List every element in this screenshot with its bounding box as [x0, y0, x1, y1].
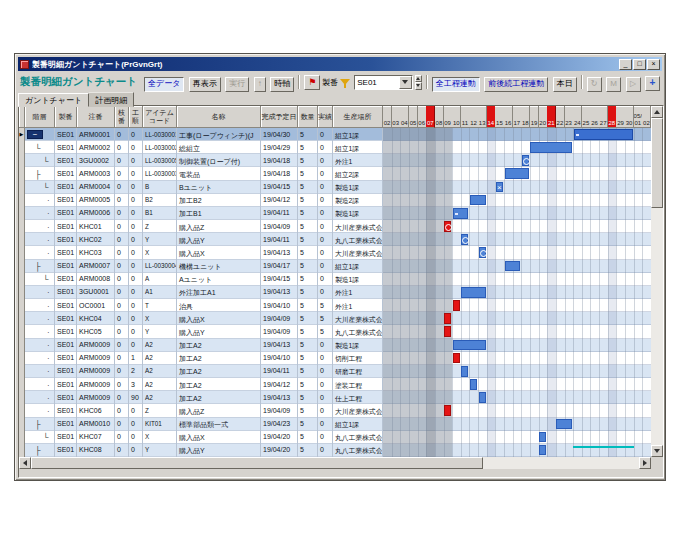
close-button[interactable]: ×	[647, 59, 660, 70]
cell-edaban: 0	[115, 444, 129, 457]
play-icon-button[interactable]: ▷	[626, 77, 641, 92]
table-row[interactable]: ·SE01OC000100T治具19/04/1055外注1	[19, 299, 383, 312]
cell-kojun: 1	[129, 352, 143, 365]
table-row[interactable]: ├SE01KHC0800Y購入品Y19/04/2050丸八工業株式会..	[19, 444, 383, 457]
table-row[interactable]: ·SE01ARM000902A2加工A219/04/1150研磨工程	[19, 365, 383, 378]
tab-gantt-chart[interactable]: ガントチャート	[18, 93, 89, 107]
gantt-bar[interactable]	[479, 247, 486, 258]
seiban-combobox[interactable]: SE01	[354, 75, 412, 90]
spin-control[interactable]	[415, 75, 422, 90]
cell-name: 加工B2	[177, 194, 261, 207]
spin-down-icon[interactable]	[415, 82, 422, 90]
table-row[interactable]: ·SE01ARM000903A2加工A219/04/1250塗装工程	[19, 378, 383, 391]
gantt-alert-cell[interactable]	[444, 221, 451, 232]
cell-jisseki: 0	[318, 444, 333, 457]
table-row[interactable]: ├SE01ARM001000KIT01標準部品類一式19/04/2350組立1課	[19, 418, 383, 431]
gantt-bar[interactable]	[539, 445, 546, 456]
table-row[interactable]: ·SE01ARM000600B1加工B119/04/1150製造1課	[19, 207, 383, 220]
table-row[interactable]: ▶−SE01ARM000100LL-0030001工事(ロープウィンチ)(J19…	[19, 128, 383, 141]
gantt-alert-cell[interactable]	[444, 405, 451, 416]
table-row[interactable]: ├SE01ARM000300LL-0030003電装品19/04/1850組立2…	[19, 167, 383, 180]
cell-jisseki: 5	[318, 325, 333, 338]
gantt-bar[interactable]	[574, 129, 633, 140]
table-row[interactable]: ·SE01ARM000500B2加工B219/04/1250製造2課	[19, 194, 383, 207]
gantt-bar[interactable]	[461, 287, 485, 298]
flag-button[interactable]: ⚑	[304, 75, 320, 90]
status-circle-icon	[523, 158, 530, 165]
cell-name: 外注加工A1	[177, 286, 261, 299]
execute-button[interactable]: 実行	[225, 77, 249, 92]
today-button[interactable]: 本日	[553, 77, 577, 92]
gantt-bar[interactable]	[453, 208, 469, 219]
table-row[interactable]: ·SE01KHC0500Y購入品Y19/04/0955丸八工業株式会..	[19, 325, 383, 338]
table-row[interactable]: └SE01ARM000400BBユニット19/04/1550製造1課	[19, 181, 383, 194]
gantt-bar[interactable]	[470, 379, 477, 390]
gantt-bar[interactable]	[539, 432, 546, 443]
column-header-place: 生産場所	[333, 106, 383, 128]
table-row[interactable]: └SE01ARM000200LL-0030002総組立19/04/2950組立1…	[19, 141, 383, 154]
title-bar[interactable]: 製番明細ガントチャート(PrGvnGrt) _ □ ×	[18, 57, 662, 71]
grid-line	[565, 128, 566, 457]
scroll-right-icon[interactable]	[639, 457, 651, 469]
all-data-button[interactable]: 全データ	[144, 77, 184, 92]
gantt-bar[interactable]	[461, 234, 468, 245]
status-circle-icon	[445, 224, 452, 231]
minimize-button[interactable]: _	[619, 59, 632, 70]
horizontal-scroll-thumb[interactable]	[31, 457, 483, 469]
gantt-bar[interactable]	[530, 142, 572, 153]
cell-jisseki: 0	[318, 365, 333, 378]
gantt-bar[interactable]	[505, 261, 521, 272]
up-arrow-button[interactable]: ↑	[254, 77, 266, 92]
gantt-bar[interactable]	[505, 168, 529, 179]
gantt-bar[interactable]	[461, 366, 468, 377]
gantt-alert-cell[interactable]	[444, 326, 451, 337]
table-row[interactable]: ├SE01ARM000700LL-0030004機構ユニット19/04/1750…	[19, 260, 383, 273]
move-icon-button[interactable]: +	[645, 76, 660, 91]
tree-branch-icon: ·	[47, 209, 50, 219]
maximize-button[interactable]: □	[633, 59, 646, 70]
tab-plan-detail[interactable]: 計画明細	[88, 92, 134, 107]
vertical-scrollbar[interactable]	[651, 106, 663, 457]
scroll-left-icon[interactable]	[19, 457, 31, 469]
all-process-link-button[interactable]: 全工程連動	[432, 77, 480, 92]
table-row[interactable]: ·SE01KHC0400X購入品X19/04/0955大川産業株式会..	[19, 312, 383, 325]
cell-name: 購入品Z	[177, 404, 261, 417]
table-row[interactable]: └SE01KHC0700X購入品X19/04/2050丸八工業株式会..	[19, 431, 383, 444]
table-row[interactable]: ·SE01KHC0600Z購入品Z19/04/0950大川産業株式会..	[19, 404, 383, 417]
scroll-down-icon[interactable]	[651, 445, 663, 457]
vertical-scroll-thumb[interactable]	[651, 118, 663, 208]
gantt-alert-cell[interactable]	[444, 313, 451, 324]
table-row[interactable]: ·SE01KHC0200Y購入品Y19/04/1150丸八工業株式会..	[19, 233, 383, 246]
gantt-bar[interactable]	[470, 195, 486, 206]
table-row[interactable]: ·SE01KHC0100Z購入品Z19/04/0950大川産業株式会..	[19, 220, 383, 233]
table-row[interactable]: ·SE01ARM000900A2加工A219/04/1350製造1課	[19, 339, 383, 352]
gantt-bar[interactable]	[522, 155, 529, 166]
gantt-bar[interactable]	[479, 392, 486, 403]
table-row[interactable]: ·SE01ARM0009090A2加工A219/04/1350仕上工程	[19, 391, 383, 404]
cell-qty: 5	[298, 273, 318, 286]
table-row[interactable]: └SE013GU000200LL-0030005制御装置(ロープ付)19/04/…	[19, 154, 383, 167]
cell-due-date: 19/04/11	[261, 207, 298, 220]
cell-qty: 5	[298, 233, 318, 246]
tree-collapse-icon[interactable]: −	[27, 130, 43, 139]
refresh-button[interactable]: 再表示	[189, 77, 221, 92]
gantt-alert-cell[interactable]	[453, 353, 460, 364]
table-row[interactable]: └SE01ARM000800AAユニット19/04/1550製造1課	[19, 273, 383, 286]
table-row[interactable]: ·SE013GU000100A1外注加工A119/04/1350外注1	[19, 286, 383, 299]
gantt-bar[interactable]	[556, 419, 572, 430]
gantt-bar[interactable]: ×	[496, 182, 503, 193]
pre-post-process-link-button[interactable]: 前後続工程連動	[484, 77, 548, 92]
chevron-down-icon[interactable]	[399, 76, 412, 89]
search-icon-button[interactable]: M	[606, 77, 621, 92]
cell-place: 製造2課	[333, 194, 383, 207]
undo-icon-button[interactable]: ↻	[587, 77, 602, 92]
horizontal-scrollbar[interactable]	[19, 457, 651, 469]
table-row[interactable]: ·SE01KHC0300X購入品X19/04/1350大川産業株式会..	[19, 246, 383, 259]
spin-up-icon[interactable]	[415, 75, 422, 83]
gantt-alert-cell[interactable]	[453, 300, 460, 311]
time-axis-button[interactable]: 時軸	[270, 77, 294, 92]
scroll-up-icon[interactable]	[651, 106, 663, 118]
gantt-bar[interactable]	[453, 340, 486, 351]
table-row[interactable]: ·SE01ARM000901A2加工A219/04/1050切削工程	[19, 352, 383, 365]
cell-kojun: 0	[129, 404, 143, 417]
